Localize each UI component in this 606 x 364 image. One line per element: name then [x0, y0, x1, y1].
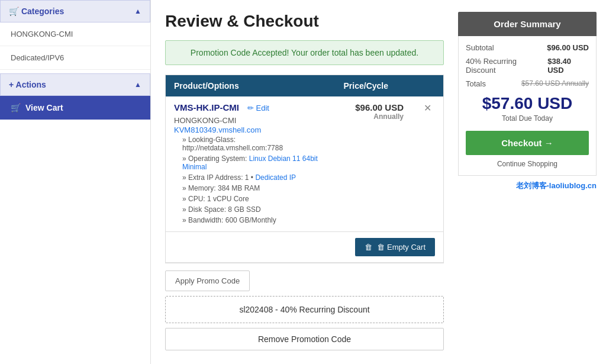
- summary-subtotal-row: Subtotal $96.00 USD: [466, 43, 589, 52]
- page-title: Review & Checkout: [165, 12, 444, 31]
- trash-icon: 🗑: [365, 243, 372, 252]
- product-sub-name: HONGKONG-CMI: [174, 116, 327, 125]
- detail-6: » Bandwidth: 600 GB/Monthly: [174, 215, 327, 226]
- empty-cart-row: 🗑 🗑 Empty Cart: [166, 232, 443, 263]
- summary-discount-row: 40% Recurring Discount $38.40 USD: [466, 57, 589, 75]
- chevron-up-icon-actions: ▲: [134, 80, 141, 89]
- view-cart-label: View Cart: [25, 103, 63, 112]
- promo-banner: Promotion Code Accepted! Your order tota…: [165, 40, 444, 65]
- summary-due-today: Total Due Today: [466, 114, 589, 123]
- sidebar-item-dedicated-ipv6[interactable]: Dedicated/IPV6: [0, 46, 150, 70]
- actions-label: Actions: [16, 80, 46, 89]
- detail-1: » Operating System: Linux Debian 11 64bi…: [174, 153, 327, 172]
- plus-icon: +: [9, 80, 16, 89]
- detail-4: » CPU: 1 vCPU Core: [174, 194, 327, 204]
- sidebar: 🛒 Categories ▲ HONGKONG-CMI Dedicated/IP…: [0, 0, 151, 364]
- remove-product-button[interactable]: ✕: [420, 103, 435, 113]
- empty-cart-button[interactable]: 🗑 🗑 Empty Cart: [355, 238, 435, 256]
- sidebar-categories-header[interactable]: 🛒 Categories ▲: [0, 0, 150, 22]
- cart-icon-view: 🛒: [11, 103, 21, 112]
- sidebar-actions-header[interactable]: + Actions ▲: [0, 73, 150, 96]
- col-price: Price/Cycle: [336, 75, 412, 96]
- sidebar-item-hongkong-cmi[interactable]: HONGKONG-CMI: [0, 22, 150, 46]
- main-content: Review & Checkout Promotion Code Accepte…: [151, 0, 458, 364]
- promo-section: Apply Promo Code sl202408 - 40% Recurrin…: [165, 270, 444, 350]
- apply-promo-button[interactable]: Apply Promo Code: [165, 270, 250, 291]
- product-price: $96.00 USD Annually: [336, 96, 412, 232]
- detail-2: » Extra IP Address: 1 • Dedicated IP: [174, 172, 327, 183]
- view-cart-item[interactable]: 🛒 View Cart: [0, 96, 150, 120]
- cart-icon: 🛒: [9, 7, 19, 16]
- product-name: VMS-HK.IP-CMI: [174, 102, 239, 112]
- product-sub-link[interactable]: KVM810349.vmshell.com: [174, 125, 261, 134]
- edit-link[interactable]: ✏ Edit: [247, 104, 269, 112]
- detail-5: » Disk Space: 8 GB SSD: [174, 204, 327, 215]
- continue-shopping-link[interactable]: Continue Shopping: [466, 160, 589, 168]
- product-table: Product/Options Price/Cycle VMS-HK.IP-CM…: [166, 75, 443, 263]
- summary-big-total: $57.60 USD: [466, 94, 589, 113]
- table-row: VMS-HK.IP-CMI ✏ Edit HONGKONG-CMI KVM810…: [166, 96, 443, 232]
- detail-3: » Memory: 384 MB RAM: [174, 183, 327, 194]
- summary-totals-row: Totals $57.60 USD Annually: [466, 79, 589, 88]
- detail-0: » Looking-Glass: http://netdata.vmshell.…: [174, 134, 327, 153]
- remove-promo-button[interactable]: Remove Promotion Code: [165, 328, 444, 350]
- watermark: 老刘博客-laoliublog.cn: [458, 176, 597, 191]
- order-summary-header: Order Summary: [458, 12, 597, 36]
- promo-code-display: sl202408 - 40% Recurring Discount: [165, 296, 444, 323]
- categories-label: Categories: [21, 7, 64, 16]
- col-product: Product/Options: [166, 75, 336, 96]
- order-summary-panel: Order Summary Subtotal $96.00 USD 40% Re…: [458, 0, 606, 364]
- chevron-up-icon: ▲: [134, 7, 141, 15]
- order-summary-body: Subtotal $96.00 USD 40% Recurring Discou…: [458, 36, 597, 176]
- checkout-button[interactable]: Checkout →: [466, 131, 589, 155]
